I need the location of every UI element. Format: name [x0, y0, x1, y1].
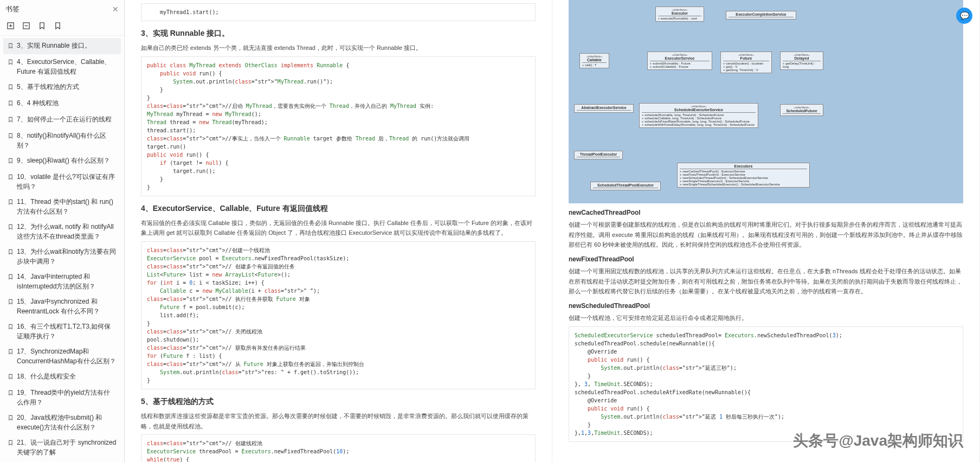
code-block: ScheduledExecutorService scheduledThread… — [569, 326, 963, 442]
uml-class-box: ThreadPoolExecutor — [574, 151, 623, 159]
bookmark-label: 11、Thread 类中的start() 和 run()方法有什么区别？ — [17, 197, 117, 216]
bookmark-icon — [8, 373, 14, 382]
bookmark-item[interactable]: 8、notify()和notifyAll()有什么区别？ — [3, 128, 121, 153]
uml-class-box: «interface»ExecutorService+ submit(Runna… — [647, 52, 712, 70]
bookmark-label: 19、Thread类中的yield方法有什么作用？ — [17, 388, 117, 407]
bookmark-icon — [8, 389, 14, 399]
paragraph: 有返回值的任务必须实现 Callable 接口，类似的，无返回值的任务必须 Ru… — [141, 218, 536, 238]
bookmark-item[interactable]: 4、ExecutorService、Callable、Future 有返回值线程 — [3, 54, 121, 79]
bookmark-item[interactable]: 7、如何停止一个正在运行的线程 — [3, 112, 121, 128]
bookmark-icon — [8, 83, 14, 93]
expand-icon[interactable] — [7, 22, 15, 32]
bookmark-label: 6、4 种线程池 — [17, 98, 59, 108]
bookmark-label: 21、说一说自己对于 synchronized 关键字的了解 — [17, 438, 117, 457]
bookmark-outline-icon[interactable] — [38, 22, 46, 32]
bookmark-icon — [8, 348, 14, 357]
uml-class-box: «interface»Delayed+ getDelay(TimeUnit) :… — [780, 52, 823, 70]
heading-cached: newCachedThreadPool — [569, 209, 963, 216]
heading-4: 4、ExecutorService、Callable、Future 有返回值线程 — [141, 204, 536, 214]
bookmark-label: 4、ExecutorService、Callable、Future 有返回值线程 — [17, 57, 117, 76]
sidebar-toolbar — [0, 18, 124, 36]
bookmark-item[interactable]: 15、Java中synchronized 和 ReentrantLock 有什么… — [3, 294, 121, 319]
bookmark-icon — [8, 132, 14, 142]
bookmark-label: 14、Java中interrupted 和 isInterruptedd方法的区… — [17, 272, 117, 291]
bookmark-item[interactable]: 16、有三个线程T1,T2,T3,如何保证顺序执行？ — [3, 319, 121, 344]
bookmark-icon — [8, 198, 14, 208]
bookmark-list[interactable]: 3、实现 Runnable 接口。4、ExecutorService、Calla… — [0, 36, 124, 462]
bookmark-label: 18、什么是线程安全 — [17, 371, 76, 381]
bookmark-icon — [8, 99, 14, 109]
bookmark-label: 7、如何停止一个正在运行的线程 — [17, 114, 112, 124]
sidebar-header: 书签 ✕ — [0, 0, 124, 18]
bookmark-item[interactable]: 11、Thread 类中的start() 和 run()方法有什么区别？ — [3, 194, 121, 219]
bookmark-item[interactable]: 13、为什么wait和notify方法要在同步块中调用？ — [3, 244, 121, 269]
bookmark-icon — [8, 223, 14, 233]
close-icon[interactable]: ✕ — [112, 5, 119, 14]
uml-class-box: «interface»Future+ cancel(boolean) : boo… — [720, 52, 772, 73]
uml-diagram: «interface»Executor+ execute(Runnable) :… — [569, 0, 963, 203]
bookmark-icon — [8, 42, 14, 52]
uml-class-box: «interface»Executor+ execute(Runnable) :… — [655, 7, 704, 22]
code-block: public class MyThread extends OtherClass… — [141, 56, 536, 196]
bookmark-item[interactable]: 3、实现 Runnable 接口。 — [3, 38, 121, 54]
bookmark-icon — [8, 173, 14, 183]
bookmark-label: 12、为什么wait, notify 和 notifyAll这些方法不在thre… — [17, 222, 117, 241]
heading-fixed: newFixedThreadPool — [569, 255, 963, 263]
code-block: myThread1.start(); — [141, 3, 536, 21]
code-block: class=class="str">"cmt">//创建一个线程池 Execut… — [141, 241, 536, 389]
paragraph: 如果自己的类已经 extends 另一个类，就无法直接 extends Thre… — [141, 43, 536, 53]
bookmark-label: 3、实现 Runnable 接口。 — [17, 41, 91, 50]
bookmark-label: 5、基于线程池的方式 — [17, 82, 79, 92]
bookmark-item[interactable]: 19、Thread类中的yield方法有什么作用？ — [3, 385, 121, 410]
bookmark-label: 17、SynchronizedMap和ConcurrentHashMap有什么区… — [17, 347, 117, 366]
bookmark-item[interactable]: 20、Java线程池中submit() 和 execute()方法有什么区别？ — [3, 410, 121, 435]
paragraph: 创建一个可重用固定线程数的线程池，以共享的无界队列方式来运行这些线程。在任意点，… — [569, 266, 963, 297]
bookmark-icon — [8, 439, 14, 448]
bookmarks-sidebar: 书签 ✕ 3、实现 Runnable 接口。4、ExecutorService、… — [0, 0, 125, 462]
bookmark-icon — [8, 323, 14, 332]
page-right: «interface»Executor+ execute(Runnable) :… — [552, 0, 980, 462]
bookmark-icon — [8, 273, 14, 283]
bookmark-item[interactable]: 18、什么是线程安全 — [3, 369, 121, 385]
uml-class-box: «interface»Callable+ call() : T — [579, 53, 609, 68]
bookmark-label: 15、Java中synchronized 和 ReentrantLock 有什么… — [17, 297, 117, 316]
uml-class-box: ExecutorCompletionService — [726, 11, 796, 20]
bookmark-item[interactable]: 17、SynchronizedMap和ConcurrentHashMap有什么区… — [3, 344, 121, 369]
help-fab[interactable]: 💬 — [956, 8, 972, 24]
bookmark-icon — [8, 414, 14, 424]
bookmark-label: 13、为什么wait和notify方法要在同步块中调用？ — [17, 247, 117, 266]
bookmark-item[interactable]: 21、说一说自己对于 synchronized 关键字的了解 — [3, 435, 121, 460]
bookmark-label: 16、有三个线程T1,T2,T3,如何保证顺序执行？ — [17, 322, 117, 341]
sidebar-title: 书签 — [5, 4, 20, 14]
uml-class-box: ScheduledThreadPoolExecutor — [590, 182, 661, 190]
uml-class-box: «interface»ScheduledFuture — [780, 104, 823, 116]
paragraph: 创建一个可根据需要创建新线程的线程池，但是在以前构造的线程可用时将重用它们。对于… — [569, 220, 963, 250]
content-area: myThread1.start(); 3、实现 Runnable 接口。 如果自… — [125, 0, 980, 462]
heading-3: 3、实现 Runnable 接口。 — [141, 29, 536, 39]
bookmark-remove-icon[interactable] — [54, 22, 62, 32]
bookmark-item[interactable]: 5、基于线程池的方式 — [3, 79, 121, 95]
collapse-icon[interactable] — [22, 22, 30, 32]
bookmark-label: 9、sleep()和wait() 有什么区别？ — [17, 156, 110, 165]
code-block: class=class="str">"cmt">// 创建线程池 Executo… — [141, 434, 536, 462]
paragraph: 线程和数据库连接这些资源都是非常宝贵的资源。那么每次需要的时候创建，不需要的时候… — [141, 411, 536, 431]
uml-class-box: Executors+ newCachedThreadPool() : Execu… — [677, 163, 810, 188]
bookmark-icon — [8, 116, 14, 125]
bookmark-icon — [8, 248, 14, 258]
bookmark-item[interactable]: 12、为什么wait, notify 和 notifyAll这些方法不在thre… — [3, 219, 121, 244]
bookmark-icon — [8, 157, 14, 166]
bookmark-icon — [8, 298, 14, 307]
uml-class-box: AbstractExecutorService — [574, 104, 634, 113]
page-left: myThread1.start(); 3、实现 Runnable 接口。 如果自… — [125, 0, 552, 462]
heading-scheduled: newScheduledThreadPool — [569, 302, 963, 310]
bookmark-item[interactable]: 14、Java中interrupted 和 isInterruptedd方法的区… — [3, 269, 121, 294]
uml-class-box: «interface»ScheduledExecutorService+ sch… — [639, 103, 758, 128]
bookmark-item[interactable]: 10、volatile 是什么?可以保证有序性吗？ — [3, 169, 121, 194]
bookmark-label: 20、Java线程池中submit() 和 execute()方法有什么区别？ — [17, 413, 117, 432]
heading-5: 5、基于线程池的方式 — [141, 397, 536, 407]
bookmark-item[interactable]: 6、4 种线程池 — [3, 95, 121, 112]
bookmark-icon — [8, 58, 14, 68]
paragraph: 创建一个线程池，它可安排在给定延迟后运行命令或者定期地执行。 — [569, 313, 963, 323]
bookmark-item[interactable]: 9、sleep()和wait() 有什么区别？ — [3, 153, 121, 169]
bookmark-label: 8、notify()和notifyAll()有什么区别？ — [17, 131, 117, 150]
